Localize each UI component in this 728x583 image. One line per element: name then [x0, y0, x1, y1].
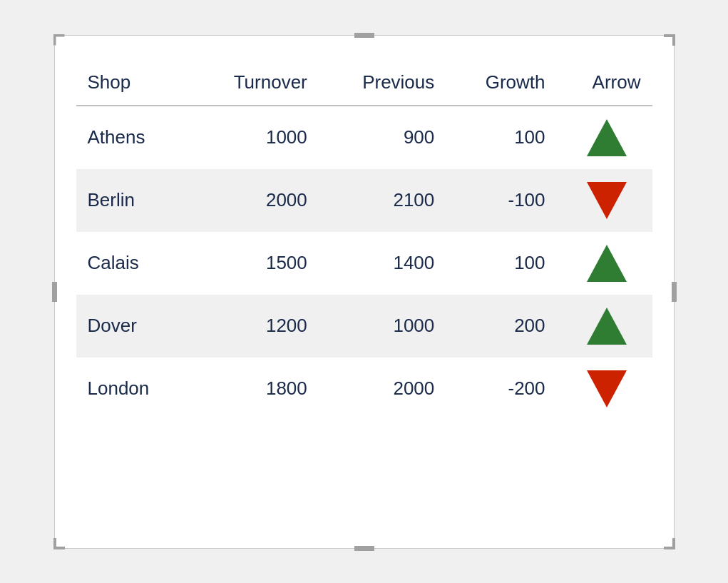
cell-shop: Athens: [76, 106, 190, 169]
handle-top[interactable]: [354, 33, 374, 38]
cell-turnover: 1500: [190, 232, 319, 295]
handle-bottom[interactable]: [354, 546, 374, 551]
table-row: Athens1000900100: [76, 106, 652, 169]
cell-arrow: [557, 358, 652, 420]
col-header-growth: Growth: [446, 64, 556, 106]
cell-turnover: 1800: [190, 358, 319, 420]
corner-tl: [53, 34, 65, 46]
handle-left[interactable]: [52, 282, 57, 302]
cell-previous: 1400: [319, 232, 446, 295]
cell-turnover: 2000: [190, 169, 319, 232]
cell-arrow: [557, 295, 652, 358]
table-row: Berlin20002100-100: [76, 169, 652, 232]
cell-growth: 100: [446, 232, 556, 295]
corner-br: [664, 538, 675, 549]
col-header-turnover: Turnover: [190, 64, 319, 106]
cell-arrow: [557, 169, 652, 232]
arrow-down-icon: [587, 370, 627, 407]
arrow-up-icon: [587, 245, 627, 282]
table-row: London18002000-200: [76, 358, 652, 420]
corner-tr: [664, 34, 675, 46]
table-header-row: Shop Turnover Previous Growth Arrow: [76, 64, 652, 106]
cell-turnover: 1000: [190, 106, 319, 169]
cell-shop: Calais: [76, 232, 190, 295]
cell-shop: London: [76, 358, 190, 420]
cell-arrow: [557, 106, 652, 169]
corner-bl: [53, 538, 65, 549]
cell-previous: 900: [319, 106, 446, 169]
cell-arrow: [557, 232, 652, 295]
table-row: Calais15001400100: [76, 232, 652, 295]
col-header-arrow: Arrow: [557, 64, 652, 106]
table-row: Dover12001000200: [76, 295, 652, 358]
cell-previous: 2100: [319, 169, 446, 232]
cell-growth: 100: [446, 106, 556, 169]
cell-previous: 1000: [319, 295, 446, 358]
handle-right[interactable]: [672, 282, 677, 302]
cell-shop: Berlin: [76, 169, 190, 232]
cell-growth: 200: [446, 295, 556, 358]
cell-growth: -100: [446, 169, 556, 232]
widget-panel: Shop Turnover Previous Growth Arrow Athe…: [54, 35, 675, 549]
table-body: Athens1000900100Berlin20002100-100Calais…: [76, 106, 652, 420]
data-table: Shop Turnover Previous Growth Arrow Athe…: [76, 64, 652, 420]
arrow-down-icon: [587, 182, 627, 219]
col-header-previous: Previous: [319, 64, 446, 106]
arrow-up-icon: [587, 119, 627, 156]
col-header-shop: Shop: [76, 64, 190, 106]
table-wrapper: Shop Turnover Previous Growth Arrow Athe…: [55, 50, 674, 442]
arrow-up-icon: [587, 308, 627, 345]
cell-shop: Dover: [76, 295, 190, 358]
cell-previous: 2000: [319, 358, 446, 420]
cell-growth: -200: [446, 358, 556, 420]
cell-turnover: 1200: [190, 295, 319, 358]
